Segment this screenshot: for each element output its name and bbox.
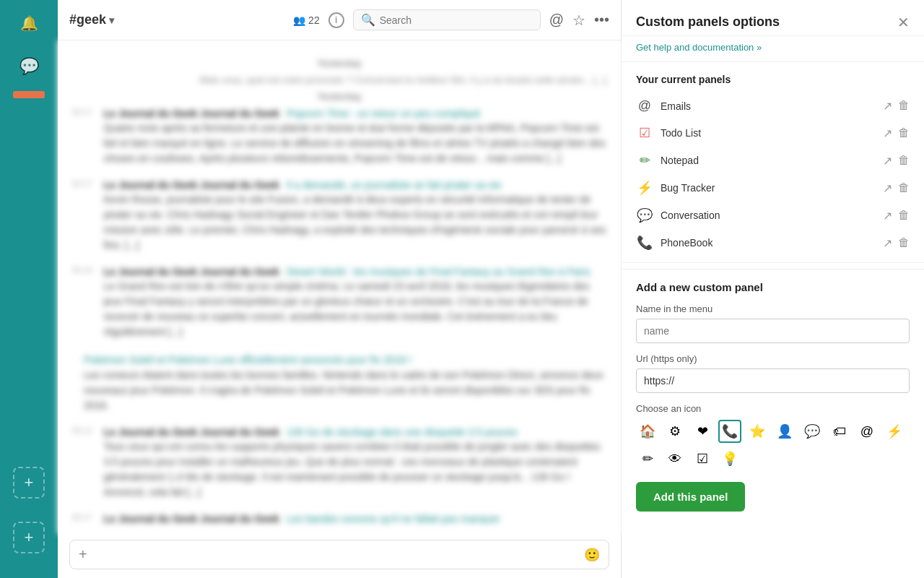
search-icon: 🔍 bbox=[361, 13, 375, 27]
sidebar-add-channel-button[interactable]: + bbox=[13, 522, 45, 553]
add-panel-title: Add a new custom panel bbox=[636, 281, 910, 293]
message-text: Les rumeurs étaient dans toutes les bonn… bbox=[84, 368, 606, 413]
date-sep-2: Yesterday bbox=[72, 91, 606, 102]
icon-home[interactable]: 🏠 bbox=[636, 420, 659, 443]
icon-phone[interactable]: 📞 bbox=[718, 420, 741, 443]
message-author: Le Journal du Geek Journal du Geek Popco… bbox=[104, 108, 606, 119]
panel-divider bbox=[622, 262, 924, 263]
sidebar: 🔔 💬 + + bbox=[0, 0, 58, 578]
icon-picker: 🏠 ⚙ ❤ 📞 ⭐ 👤 💬 🏷 @ ⚡ ✏ 👁 ☑ 💡 bbox=[636, 420, 910, 470]
message-block: 00:17 Le Journal du Geek Journal du Geek… bbox=[72, 179, 606, 253]
phonebook-open-button[interactable]: ↗ bbox=[883, 236, 892, 250]
panel-item-phonebook: 📞 PhoneBook ↗ 🗑 bbox=[622, 229, 924, 256]
members-count: 👥 22 bbox=[293, 14, 320, 26]
bugtracker-icon: ⚡ bbox=[636, 180, 653, 196]
message-block: 00:18 Le Journal du Geek Journal du Geek… bbox=[72, 266, 606, 340]
icon-bulb[interactable]: 💡 bbox=[718, 447, 741, 470]
chat-messages: Yesterday Mais vous, quel est votre pron… bbox=[58, 40, 621, 534]
add-panel-button[interactable]: Add this panel bbox=[636, 482, 745, 512]
more-options-icon[interactable]: ••• bbox=[594, 12, 609, 28]
search-input[interactable] bbox=[380, 14, 533, 26]
emoji-button[interactable]: 🙂 bbox=[584, 547, 600, 563]
sidebar-active-indicator bbox=[13, 91, 45, 98]
add-panel-section: Add a new custom panel Name in the menu … bbox=[622, 269, 924, 523]
panel-item-bugtracker: ⚡ Bug Tracker ↗ 🗑 bbox=[622, 174, 924, 202]
panel-title: Custom panels options bbox=[636, 14, 780, 30]
url-field-label: Url (https only) bbox=[636, 353, 910, 364]
message-author: Le Journal du Geek Journal du Geek 130 G… bbox=[104, 426, 606, 438]
panel-header: Custom panels options ✕ bbox=[622, 0, 924, 36]
custom-panels-panel: Custom panels options ✕ Get help and doc… bbox=[621, 0, 924, 578]
search-box[interactable]: 🔍 bbox=[353, 9, 541, 30]
date-separator: Yesterday bbox=[72, 58, 606, 69]
panel-close-button[interactable]: ✕ bbox=[897, 15, 910, 30]
phonebook-icon: 📞 bbox=[636, 235, 653, 251]
conversation-label: Conversation bbox=[661, 210, 876, 221]
bugtracker-label: Bug Tracker bbox=[661, 182, 876, 194]
members-number: 22 bbox=[308, 14, 320, 26]
help-documentation-link[interactable]: Get help and documentation » bbox=[622, 36, 924, 62]
message-text: Kevin Roose, journaliste pour le site Fu… bbox=[104, 192, 606, 253]
main-chat-area: #geek ▾ 👥 22 i 🔍 @ ☆ ••• Yesterday Mais … bbox=[58, 0, 621, 578]
sidebar-channel-button[interactable]: 💬 bbox=[13, 51, 45, 82]
icon-user[interactable]: 👤 bbox=[773, 420, 796, 443]
notepad-label: Notepad bbox=[661, 155, 876, 166]
notepad-delete-button[interactable]: 🗑 bbox=[898, 154, 910, 168]
todolist-icon: ☑ bbox=[636, 125, 653, 141]
panel-name-input[interactable] bbox=[636, 319, 910, 343]
message-block: Pokémon Soleil et Pokémon Lune officiell… bbox=[72, 353, 606, 413]
notepad-icon: ✏ bbox=[636, 152, 653, 168]
message-block: 00:17 Le Journal du Geek Journal du Geek… bbox=[72, 513, 606, 526]
icon-settings[interactable]: ⚙ bbox=[663, 420, 687, 443]
panel-item-todolist: ☑ Todo List ↗ 🗑 bbox=[622, 119, 924, 147]
icon-pencil[interactable]: ✏ bbox=[636, 447, 659, 470]
message-text: Pokémon Soleil et Pokémon Lune officiell… bbox=[84, 353, 606, 368]
message-text: Tous ceux qui ont connu les supports phy… bbox=[104, 439, 606, 500]
emails-open-button[interactable]: ↗ bbox=[883, 99, 892, 113]
bugtracker-delete-button[interactable]: 🗑 bbox=[898, 181, 910, 195]
emails-delete-button[interactable]: 🗑 bbox=[898, 99, 910, 113]
current-panels-title: Your current panels bbox=[622, 62, 924, 92]
sidebar-add-workspace-button[interactable]: + bbox=[13, 467, 45, 499]
channel-info-button[interactable]: i bbox=[328, 12, 344, 28]
channel-dropdown-chevron[interactable]: ▾ bbox=[109, 14, 114, 26]
icon-lightning[interactable]: ⚡ bbox=[883, 420, 906, 443]
icon-at[interactable]: @ bbox=[855, 420, 879, 443]
icon-eye[interactable]: 👁 bbox=[663, 447, 687, 470]
message-input[interactable] bbox=[93, 549, 578, 561]
notepad-open-button[interactable]: ↗ bbox=[883, 154, 892, 168]
message-block: 00:12 Le Journal du Geek Journal du Geek… bbox=[72, 426, 606, 500]
conversation-delete-button[interactable]: 🗑 bbox=[898, 209, 910, 223]
todolist-delete-button[interactable]: 🗑 bbox=[898, 126, 910, 140]
panel-item-notepad: ✏ Notepad ↗ 🗑 bbox=[622, 147, 924, 174]
star-icon[interactable]: ☆ bbox=[572, 12, 585, 29]
message-text: Quatre mois après sa fermeture et une pl… bbox=[104, 121, 606, 166]
phonebook-label: PhoneBook bbox=[661, 237, 876, 249]
panel-url-input[interactable] bbox=[636, 368, 910, 393]
icon-check[interactable]: ☑ bbox=[691, 447, 714, 470]
attach-button[interactable]: + bbox=[79, 546, 87, 563]
channel-name[interactable]: #geek ▾ bbox=[69, 12, 114, 27]
topbar: #geek ▾ 👥 22 i 🔍 @ ☆ ••• bbox=[58, 0, 621, 40]
icon-star[interactable]: ⭐ bbox=[746, 420, 769, 443]
icon-field-label: Choose an icon bbox=[636, 403, 910, 414]
bugtracker-open-button[interactable]: ↗ bbox=[883, 181, 892, 195]
conversation-icon: 💬 bbox=[636, 207, 653, 223]
conversation-open-button[interactable]: ↗ bbox=[883, 209, 892, 223]
sidebar-bell-icon[interactable]: 🔔 bbox=[13, 7, 45, 39]
icon-heart[interactable]: ❤ bbox=[691, 420, 714, 443]
phonebook-delete-button[interactable]: 🗑 bbox=[898, 236, 910, 250]
at-panel-icon: @ bbox=[636, 98, 653, 113]
message-author: Le Journal du Geek Journal du Geek Deser… bbox=[104, 266, 606, 277]
message-input-bar: + 🙂 bbox=[69, 540, 609, 569]
panel-item-conversation: 💬 Conversation ↗ 🗑 bbox=[622, 202, 924, 229]
icon-chat[interactable]: 💬 bbox=[801, 420, 824, 443]
icon-tag[interactable]: 🏷 bbox=[828, 420, 851, 443]
emails-label: Emails bbox=[661, 100, 876, 112]
todolist-open-button[interactable]: ↗ bbox=[883, 126, 892, 140]
at-icon[interactable]: @ bbox=[549, 12, 564, 28]
message-author: Le Journal du Geek Journal du Geek Il a … bbox=[104, 179, 606, 191]
panel-item-emails: @ Emails ↗ 🗑 bbox=[622, 92, 924, 119]
name-field-label: Name in the menu bbox=[636, 303, 910, 314]
todolist-label: Todo List bbox=[661, 127, 876, 139]
